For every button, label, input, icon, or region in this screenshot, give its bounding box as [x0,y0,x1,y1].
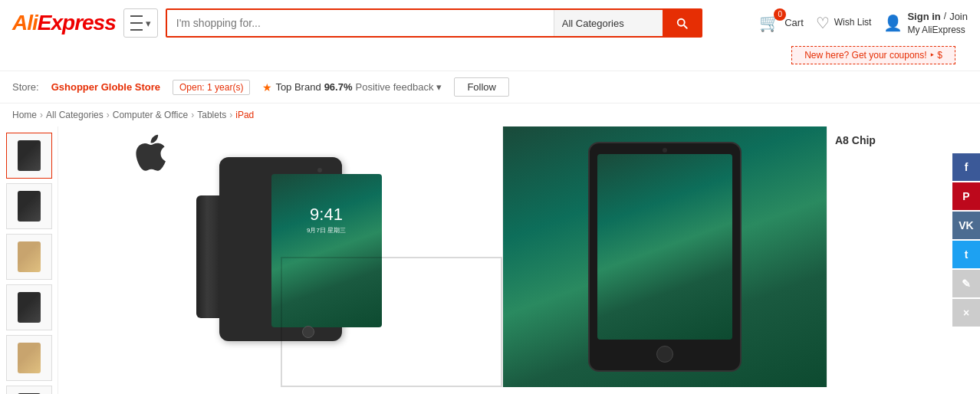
apple-logo-icon [135,134,166,171]
feedback-chevron-icon[interactable]: ▾ [436,81,442,93]
chevron-down-icon: ▾ [146,18,151,29]
coupon-bar[interactable]: New here? Get your coupons! ‣ $ [791,46,955,64]
account-area[interactable]: 👤 Sign in / Join My AliExpress [883,10,968,37]
separator: / [944,10,946,24]
join-link[interactable]: Join [949,10,968,24]
thumbnail-6[interactable] [6,386,52,394]
logo[interactable]: AliExpress [12,11,116,35]
breadcrumb-computer-office[interactable]: Computer & Office [113,110,188,120]
thumbnail-3[interactable] [6,234,52,280]
account-icon: 👤 [883,14,903,32]
twitter-icon: t [965,248,968,261]
ipad-front-view [588,142,742,372]
positive-feedback-label: Positive feedback [356,81,434,93]
breadcrumb: Home › All Categories › Computer & Offic… [0,103,980,126]
cart-area[interactable]: 🛒 0 Cart [759,13,804,33]
breadcrumb-sep-4: › [229,110,232,120]
heart-icon: ♡ [816,14,830,32]
coupon-currency: $ [937,50,942,61]
ipad-illustration: 9:41 9月7日 星期三 [173,149,388,379]
header: AliExpress ▾ All Categories Computer & O… [0,0,980,71]
breadcrumb-tablets[interactable]: Tablets [197,110,226,120]
search-button[interactable] [663,10,701,36]
hamburger-button[interactable]: ▾ [123,8,158,38]
ipad-date: 9月7日 星期三 [307,226,346,235]
main-image-area: 9:41 9月7日 星期三 [58,126,980,387]
store-bar: Store: Gshopper Globle Store Open: 1 yea… [0,71,980,103]
coupon-text: New here? Get your coupons! [804,50,926,61]
follow-button[interactable]: Follow [454,77,509,97]
close-icon: × [963,307,969,319]
cart-label: Cart [784,17,804,28]
search-container: All Categories Computer & Office Tablets… [166,8,702,38]
header-right: 🛒 0 Cart ♡ Wish List 👤 Sign in / [759,10,968,37]
secondary-image[interactable] [503,126,827,387]
wishlist-label: Wish List [834,17,872,29]
open-badge: Open: 1 year(s) [173,80,250,95]
wishlist-area[interactable]: ♡ Wish List [816,14,872,32]
breadcrumb-sep-2: › [107,110,110,120]
sign-in-link[interactable]: Sign in [907,10,940,24]
breadcrumb-sep-3: › [191,110,194,120]
thumbnail-sidebar [0,126,58,394]
top-brand-label: Top Brand [275,81,321,93]
coupon-arrow: ‣ [929,50,937,61]
my-aliexpress-label: My AliExpress [907,24,968,37]
breadcrumb-home[interactable]: Home [12,110,37,120]
primary-image[interactable]: 9:41 9月7日 星期三 [58,126,503,387]
search-icon [675,16,689,30]
vk-icon: VK [959,219,973,231]
cart-icon: 🛒 0 [759,13,780,33]
facebook-icon: f [965,161,968,173]
vk-share-button[interactable]: VK [952,212,980,239]
apple-logo-area [135,134,166,173]
feedback-rate: 96.7% [324,81,353,93]
store-name[interactable]: Gshopper Globle Store [51,81,160,93]
thumbnail-1[interactable] [6,133,52,179]
top-bar: AliExpress ▾ All Categories Computer & O… [0,0,980,46]
star-icon: ★ [262,81,272,94]
main-content: 9:41 9月7日 星期三 [0,126,980,394]
store-label: Store: [12,81,39,93]
ipad-time: 9:41 [310,205,343,225]
breadcrumb-sep-1: › [40,110,43,120]
pinterest-icon: P [962,190,969,202]
search-input[interactable] [167,10,554,36]
open-duration: 1 year(s) [207,82,243,93]
thumbnail-2[interactable] [6,183,52,229]
twitter-share-button[interactable]: t [952,241,980,268]
close-social-button[interactable]: × [952,299,980,327]
social-sidebar: f P VK t ✎ × [952,153,980,327]
pinterest-share-button[interactable]: P [952,182,980,210]
breadcrumb-current: iPad [235,110,254,120]
thumbnail-5[interactable] [6,335,52,381]
breadcrumb-all-categories[interactable]: All Categories [46,110,104,120]
edit-icon: ✎ [962,277,971,290]
facebook-share-button[interactable]: f [952,153,980,181]
chip-label: A8 Chip [835,134,876,146]
edit-button[interactable]: ✎ [952,270,980,297]
top-brand: ★ Top Brand 96.7% Positive feedback ▾ [262,81,442,94]
thumbnail-4[interactable] [6,284,52,330]
category-select[interactable]: All Categories Computer & Office Tablets… [554,10,663,36]
